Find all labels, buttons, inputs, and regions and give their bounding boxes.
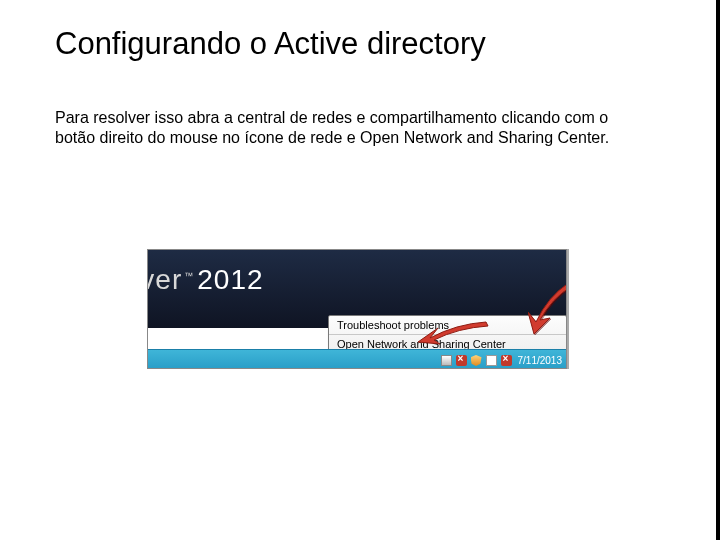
server-label-fragment: rver [147,264,182,295]
slide-body-text: Para resolver isso abra a central de red… [55,108,635,149]
taskbar: 7/11/2013 [148,349,566,368]
network-icon[interactable] [441,355,452,366]
menu-item-troubleshoot[interactable]: Troubleshoot problems [329,316,566,334]
windows-server-logo-text: rver™2012 [147,264,264,296]
server-year: 2012 [197,264,263,295]
slide-title: Configurando o Active directory [55,26,486,62]
trademark-symbol: ™ [184,271,194,281]
network-status-icon[interactable] [486,355,497,366]
embedded-screenshot: rver™2012 Troubleshoot problems Open Net… [147,249,567,369]
error-icon[interactable] [456,355,467,366]
slide: Configurando o Active directory Para res… [0,0,720,540]
error-icon-2[interactable] [501,355,512,366]
tray-icons [441,355,512,366]
taskbar-date: 7/11/2013 [518,355,563,366]
system-tray: 7/11/2013 [441,355,563,366]
action-center-icon[interactable] [471,355,482,366]
